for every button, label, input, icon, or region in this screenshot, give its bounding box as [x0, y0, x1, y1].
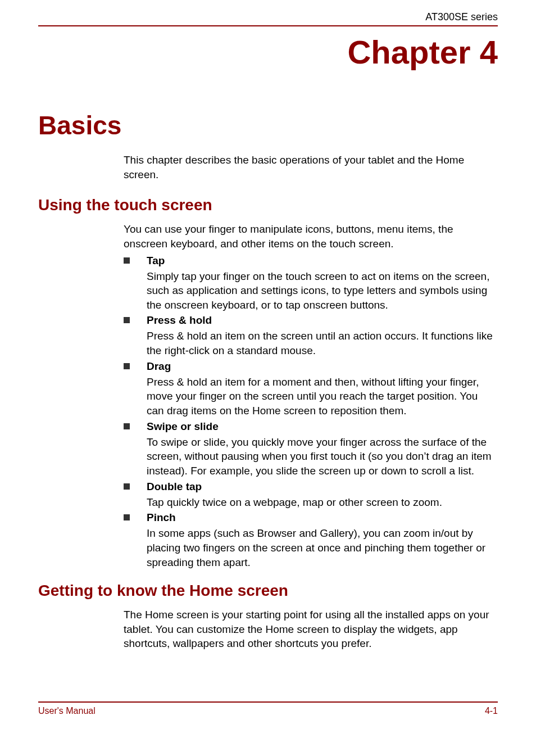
- section-heading-home: Getting to know the Home screen: [38, 582, 498, 600]
- gesture-desc: Press & hold an item for a moment and th…: [147, 375, 498, 418]
- bullet-icon: [124, 423, 130, 429]
- list-item: Press & hold Press & hold an item on the…: [124, 314, 498, 357]
- chapter-title: Basics: [38, 110, 498, 141]
- gesture-list: Tap Simply tap your finger on the touch …: [38, 255, 498, 570]
- gesture-desc: Press & hold an item on the screen until…: [147, 329, 498, 357]
- gesture-desc: Simply tap your finger on the touch scre…: [147, 269, 498, 313]
- list-item: Tap Simply tap your finger on the touch …: [124, 255, 498, 313]
- section-heading-touch: Using the touch screen: [38, 196, 498, 214]
- bullet-icon: [124, 514, 130, 520]
- gesture-desc: In some apps (such as Browser and Galler…: [147, 526, 498, 569]
- footer-rule: [38, 701, 498, 703]
- chapter-intro: This chapter describes the basic operati…: [38, 153, 498, 182]
- gesture-title: Swipe or slide: [147, 420, 219, 433]
- bullet-icon: [124, 483, 130, 490]
- footer-right: 4-1: [485, 706, 498, 716]
- bullet-icon: [124, 257, 130, 264]
- page-container: AT300SE series Chapter 4 Basics This cha…: [0, 0, 536, 727]
- gesture-desc: To swipe or slide, you quickly move your…: [147, 435, 498, 478]
- header-rule: [38, 25, 498, 26]
- list-item: Drag Press & hold an item for a moment a…: [124, 360, 498, 418]
- chapter-label: Chapter 4: [38, 33, 498, 71]
- list-item: Double tap Tap quickly twice on a webpag…: [124, 481, 498, 510]
- gesture-title: Double tap: [147, 481, 202, 493]
- gesture-title: Press & hold: [147, 314, 212, 327]
- bullet-icon: [124, 317, 130, 323]
- footer: User's Manual 4-1: [38, 701, 498, 727]
- gesture-title: Tap: [147, 255, 165, 267]
- list-item: Pinch In some apps (such as Browser and …: [124, 511, 498, 569]
- list-item: Swipe or slide To swipe or slide, you qu…: [124, 420, 498, 478]
- section-home-intro: The Home screen is your starting point f…: [38, 608, 498, 651]
- bullet-icon: [124, 363, 130, 369]
- gesture-title: Pinch: [147, 511, 176, 524]
- section-touch-intro: You can use your finger to manipulate ic…: [38, 222, 498, 251]
- header-product: AT300SE series: [38, 11, 498, 25]
- footer-left: User's Manual: [38, 706, 96, 716]
- gesture-title: Drag: [147, 360, 171, 373]
- gesture-desc: Tap quickly twice on a webpage, map or o…: [147, 495, 498, 510]
